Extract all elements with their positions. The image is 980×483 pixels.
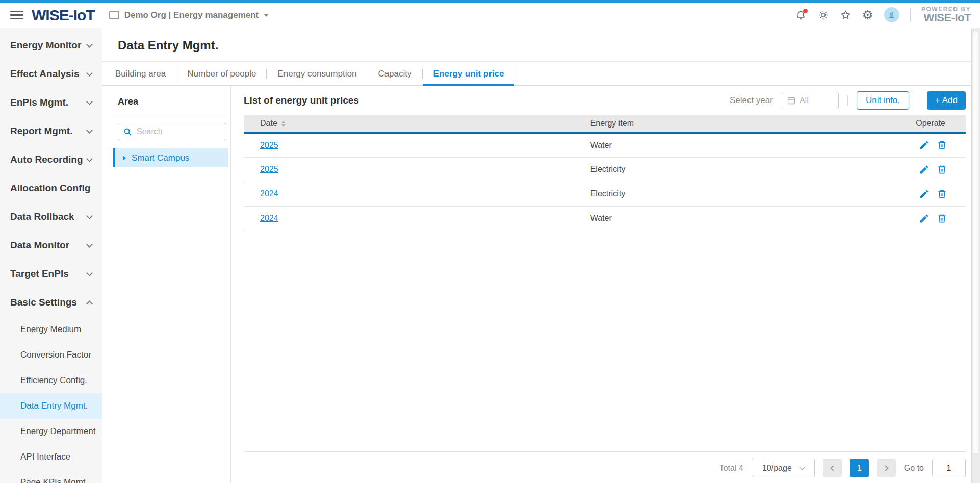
org-selector[interactable]: Demo Org | Energy management (109, 10, 269, 20)
tab-energy-consumption[interactable]: Energy consumption (267, 62, 367, 85)
bell-icon[interactable] (795, 9, 807, 21)
chevron-down-icon (86, 156, 93, 162)
page-size-select[interactable]: 10/page (752, 459, 815, 477)
app-logo: WISE-IoT (32, 7, 95, 24)
user-avatar[interactable] (884, 7, 899, 22)
sidebar-item-auto-recording[interactable]: Auto Recording (0, 145, 102, 174)
energy-item-cell: Water (590, 206, 869, 231)
edit-icon[interactable] (919, 140, 930, 150)
area-panel-divider (113, 115, 225, 115)
chevron-down-icon (86, 70, 93, 77)
sidebar-subitem-label: Conversion Factor (20, 350, 91, 360)
current-page-button[interactable]: 1 (850, 459, 869, 477)
delete-icon[interactable] (937, 164, 947, 175)
search-input[interactable] (137, 127, 221, 136)
sidebar-subitem-label: API Interface (20, 452, 70, 462)
tree-item-smart-campus[interactable]: Smart Campus (113, 148, 228, 167)
sidebar-item-data-rollback[interactable]: Data Rollback (0, 202, 102, 231)
delete-icon[interactable] (937, 140, 947, 150)
sidebar-subitem-data-entry-mgmt[interactable]: Data Entry Mgmt. (0, 393, 102, 419)
org-icon (109, 11, 119, 19)
sidebar-subitem-api-interface[interactable]: API Interface (0, 444, 102, 470)
page-size-value: 10/page (762, 464, 792, 473)
edit-icon[interactable] (919, 189, 930, 199)
area-tree: Smart Campus (102, 148, 230, 167)
sidebar-item-target-enpis[interactable]: Target EnPIs (0, 260, 102, 288)
unit-info-button[interactable]: Unit info. (857, 91, 909, 110)
sidebar-item-label: Target EnPIs (10, 268, 69, 279)
sidebar-item-allocation-config[interactable]: Allocation Config (0, 174, 102, 202)
date-link[interactable]: 2025 (260, 165, 278, 173)
tab-number-of-people[interactable]: Number of people (176, 62, 267, 85)
org-selector-label: Demo Org | Energy management (124, 10, 259, 20)
sidebar-item-label: Report Mgmt. (10, 125, 72, 137)
year-filter[interactable] (782, 92, 839, 109)
sort-icon[interactable] (281, 121, 286, 127)
app-header: WISE-IoT Demo Org | Energy management ⚙ … (0, 3, 980, 28)
date-link[interactable]: 2024 (260, 189, 278, 198)
table-controls: Select year Unit info. + Add (730, 91, 966, 110)
area-panel: Area Smart Campus (102, 86, 231, 483)
add-button[interactable]: + Add (927, 91, 966, 110)
energy-item-cell: Electricity (590, 157, 869, 182)
area-search (118, 123, 226, 140)
sidebar-subitem-energy-department[interactable]: Energy Department (0, 419, 102, 444)
goto-label: Go to (904, 464, 924, 473)
vertical-scrollbar[interactable] (971, 28, 980, 483)
pagination-total: Total 4 (719, 464, 743, 473)
gear-icon[interactable]: ⚙ (862, 9, 873, 21)
date-cell: 2024 (244, 206, 590, 231)
search-icon (123, 128, 132, 136)
column-header-energy-item: Energy item (590, 115, 869, 133)
delete-icon[interactable] (937, 189, 947, 199)
tab-energy-unit-price[interactable]: Energy unit price (423, 62, 515, 85)
sidebar-subitem-label: Energy Medium (20, 324, 81, 335)
chevron-right-icon (883, 465, 888, 471)
sidebar-subitem-efficiency-config[interactable]: Efficiency Config. (0, 368, 102, 393)
sidebar-item-report-mgmt[interactable]: Report Mgmt. (0, 117, 102, 145)
delete-icon[interactable] (937, 213, 947, 224)
sidebar-subitem-page-kpis-mgmt[interactable]: Page KPIs Mgmt (0, 470, 102, 483)
table-title: List of energy unit prices (244, 95, 359, 106)
energy-item-cell: Water (590, 133, 869, 157)
sun-icon[interactable] (817, 9, 829, 21)
pagination: Total 4 10/page 1 Go to (244, 451, 966, 483)
edit-icon[interactable] (919, 213, 930, 224)
chevron-down-icon (86, 127, 93, 134)
star-icon[interactable] (840, 9, 852, 21)
sidebar-subitem-energy-medium[interactable]: Energy Medium (0, 317, 102, 342)
year-filter-input[interactable] (800, 96, 833, 105)
caret-down-icon (264, 14, 269, 17)
controls-divider (918, 95, 918, 106)
area-panel-title: Area (118, 96, 230, 107)
date-link[interactable]: 2024 (260, 214, 278, 222)
main-content: Data Entry Mgmt. Building areaNumber of … (102, 28, 980, 483)
column-header-label: Operate (916, 119, 945, 128)
tab-building-area[interactable]: Building area (105, 62, 176, 85)
sidebar-item-label: EnPls Mgmt. (10, 97, 68, 108)
date-link[interactable]: 2025 (260, 141, 278, 149)
hamburger-menu-icon[interactable] (10, 11, 23, 19)
tree-item-label: Smart Campus (132, 153, 189, 163)
sidebar-item-label: Allocation Config (10, 183, 90, 194)
prev-page-button[interactable] (823, 459, 842, 477)
edit-icon[interactable] (919, 164, 930, 175)
powered-by: POWERED BY WISE-IoT (921, 6, 971, 24)
goto-page-input[interactable] (932, 459, 966, 477)
chevron-left-icon (830, 465, 836, 471)
tab-capacity[interactable]: Capacity (367, 62, 422, 85)
operate-cell (869, 133, 966, 157)
sidebar-item-energy-monitor[interactable]: Energy Monitor (0, 31, 102, 60)
sidebar-subitem-conversion-factor[interactable]: Conversion Factor (0, 342, 102, 368)
next-page-button[interactable] (877, 459, 896, 477)
sidebar-item-data-monitor[interactable]: Data Monitor (0, 231, 102, 260)
chevron-up-icon (86, 300, 93, 307)
sidebar-item-basic-settings[interactable]: Basic Settings (0, 288, 102, 317)
chevron-down-icon (86, 241, 93, 248)
sidebar-item-label: Energy Monitor (10, 40, 81, 51)
scrollbar-thumb[interactable] (973, 30, 978, 454)
sidebar-item-effect-analysis[interactable]: Effect Analysis (0, 60, 102, 88)
column-header-label: Energy item (590, 119, 634, 128)
sidebar-item-enpls-mgmt[interactable]: EnPls Mgmt. (0, 88, 102, 117)
header-actions: ⚙ POWERED BY WISE-IoT (795, 6, 971, 24)
